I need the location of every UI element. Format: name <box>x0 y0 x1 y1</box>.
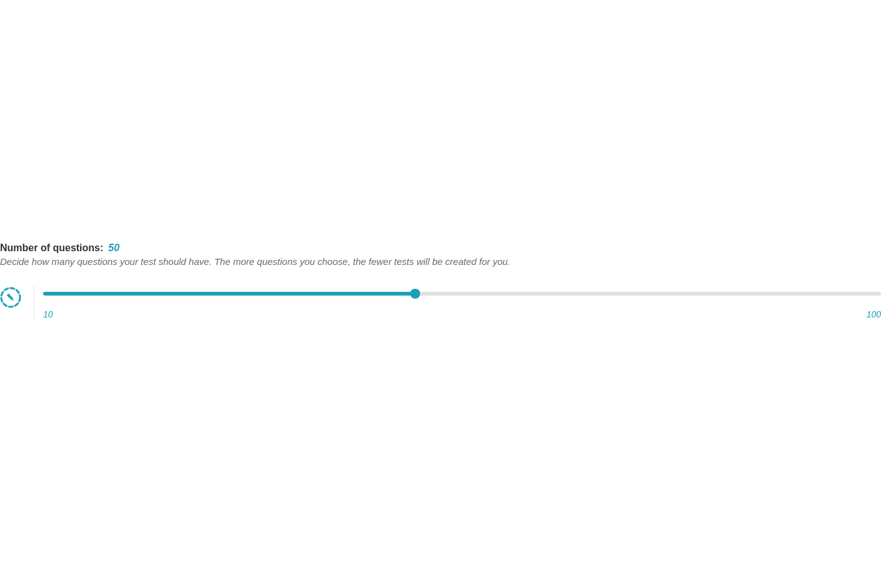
slider-row: 10 100 <box>0 286 881 321</box>
divider <box>34 286 34 321</box>
slider-max-label: 100 <box>867 309 881 319</box>
header-row: Number of questions: 50 <box>0 242 881 254</box>
slider-thumb[interactable] <box>410 289 420 299</box>
question-count-section: Number of questions: 50 Decide how many … <box>0 242 881 321</box>
slider-min-label: 10 <box>43 309 53 319</box>
slider-fill <box>43 292 415 296</box>
field-label: Number of questions: <box>0 242 103 254</box>
svg-rect-1 <box>7 294 13 300</box>
field-description: Decide how many questions your test shou… <box>0 256 881 267</box>
edit-progress-icon <box>0 287 21 308</box>
slider-wrapper: 10 100 <box>43 286 881 319</box>
current-value: 50 <box>108 242 119 254</box>
slider-labels: 10 100 <box>43 309 881 319</box>
question-count-slider[interactable] <box>43 292 881 296</box>
